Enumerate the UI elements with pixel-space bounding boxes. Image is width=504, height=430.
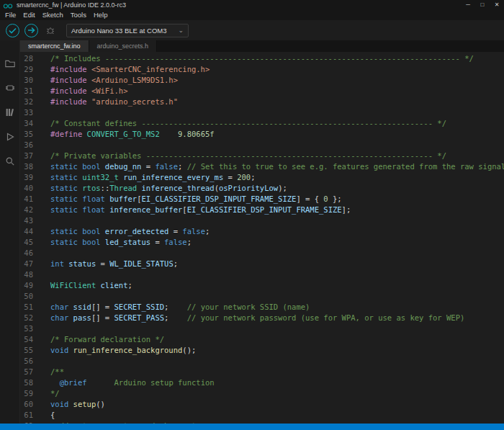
code-token: uint32_t <box>82 173 119 182</box>
code-text: static bool led_status = false; <box>50 237 192 248</box>
code-token: ]; <box>342 205 351 214</box>
code-line: 60void setup() <box>20 399 504 410</box>
code-token: = <box>150 238 164 246</box>
code-token: Thread <box>109 184 137 192</box>
code-token: }; <box>328 194 342 203</box>
main-content: smartercnc_fw.ino arduino_secrets.h 28/*… <box>0 40 504 430</box>
status-bar <box>0 424 504 430</box>
board-selector-dropdown[interactable]: Arduino Nano 33 BLE at COM3 ⌄ <box>66 24 189 37</box>
line-number: 52 <box>20 313 33 323</box>
code-token: = <box>223 173 237 182</box>
code-line: 40static rtos::Thread inference_thread(o… <box>20 183 504 194</box>
code-line: 44static bool error_detected = false; <box>20 226 504 237</box>
upload-button[interactable] <box>24 24 38 37</box>
code-token: status <box>68 259 96 268</box>
debug-button[interactable] <box>43 23 58 37</box>
app-window: smartercnc_fw | Arduino IDE 2.0.0-rc3 ─ … <box>0 0 504 430</box>
menu-edit[interactable]: Edit <box>19 10 38 20</box>
code-token: run_inference_every_ms <box>123 173 223 182</box>
line-number: 41 <box>20 194 33 205</box>
code-line: 34/* Constant defines ------------------… <box>20 118 504 129</box>
code-line: 39static uint32_t run_inference_every_ms… <box>20 172 504 183</box>
code-token: ; <box>205 227 210 236</box>
code-line: 48 <box>20 269 504 280</box>
code-token: EI_CLASSIFIER_DSP_INPUT_FRAME_SIZE <box>187 205 342 214</box>
code-token <box>50 378 60 387</box>
code-line: 51char ssid[] = SECRET_SSID; // your net… <box>20 302 504 313</box>
code-token: false <box>164 238 187 246</box>
code-token: ; <box>127 281 132 290</box>
toolbar: Arduino Nano 33 BLE at COM3 ⌄ <box>0 20 504 40</box>
line-number: 30 <box>20 75 33 86</box>
code-line: 30#include <Arduino_LSM9DS1.h> <box>20 75 504 86</box>
code-token: char <box>50 303 73 311</box>
code-text: /* Private variables -------------------… <box>50 151 446 161</box>
menu-help[interactable]: Help <box>90 10 112 20</box>
code-text: { <box>50 410 55 421</box>
minimize-button[interactable]: ─ <box>461 0 475 10</box>
maximize-button[interactable]: □ <box>475 0 490 10</box>
code-token: /* Private variables -------------------… <box>50 151 446 160</box>
code-token: ; <box>164 313 187 322</box>
line-number: 37 <box>20 151 33 161</box>
code-token: void <box>50 400 73 408</box>
tab-smartercnc-fw-ino[interactable]: smartercnc_fw.ino <box>20 40 89 52</box>
code-token: { <box>50 411 55 419</box>
code-token: led_status <box>105 238 150 246</box>
sketchbook-folder-icon[interactable] <box>4 58 16 69</box>
tab-arduino-secrets-h[interactable]: arduino_secrets.h <box>89 40 158 52</box>
menu-bar: File Edit Sketch Tools Help <box>0 10 504 20</box>
code-line: 61{ <box>20 410 504 421</box>
code-token: = <box>96 259 109 268</box>
line-number: 56 <box>20 356 33 367</box>
code-token: = <box>168 227 182 236</box>
menu-tools[interactable]: Tools <box>67 10 90 20</box>
code-token: <WiFi.h> <box>91 86 128 95</box>
line-number: 50 <box>20 291 33 302</box>
code-editor[interactable]: 28/* Includes --------------------------… <box>20 52 504 430</box>
debugger-icon[interactable] <box>4 131 16 143</box>
code-line: 28/* Includes --------------------------… <box>20 53 504 64</box>
close-button[interactable]: ✕ <box>490 0 504 10</box>
menu-sketch[interactable]: Sketch <box>39 10 67 20</box>
code-token: @brief <box>60 378 87 387</box>
tab-bar: smartercnc_fw.ino arduino_secrets.h <box>20 40 504 52</box>
line-number: 55 <box>20 345 33 356</box>
line-number: 32 <box>20 97 33 107</box>
boards-manager-icon[interactable] <box>4 82 16 94</box>
code-text: #include <WiFi.h> <box>50 86 127 97</box>
chevron-down-icon: ⌄ <box>178 27 184 34</box>
code-token: false <box>182 227 205 236</box>
code-text: #include <Arduino_LSM9DS1.h> <box>50 75 178 86</box>
code-token: static <box>50 184 82 192</box>
verify-button[interactable] <box>6 24 19 37</box>
code-token: #define <box>50 130 87 138</box>
code-text: static float buffer[EI_CLASSIFIER_DSP_IN… <box>50 194 342 205</box>
menu-file[interactable]: File <box>1 10 19 20</box>
code-token: ; <box>164 303 187 311</box>
code-line: 57/** <box>20 367 504 377</box>
line-number: 48 <box>20 269 33 280</box>
code-text: char ssid[] = SECRET_SSID; // your netwo… <box>50 302 310 313</box>
code-token: debug_nn <box>105 162 142 171</box>
code-line: 31#include <WiFi.h> <box>20 86 504 97</box>
code-line: 49WiFiClient client; <box>20 280 504 291</box>
code-token <box>160 130 178 138</box>
line-number: 29 <box>20 64 33 75</box>
code-line: 59*/ <box>20 388 504 399</box>
library-manager-icon[interactable] <box>4 107 16 118</box>
code-token: // Set this to true to see e.g. features… <box>187 162 504 171</box>
code-line: 47int status = WL_IDLE_STATUS; <box>20 259 504 269</box>
search-icon[interactable] <box>4 156 16 167</box>
code-token: */ <box>50 389 60 398</box>
line-number: 31 <box>20 86 33 97</box>
code-line: 38static bool debug_nn = false; // Set t… <box>20 161 504 172</box>
code-token: SECRET_PASS <box>114 313 165 322</box>
code-token: osPriorityLow <box>219 184 278 192</box>
code-text: #include "arduino_secrets.h" <box>50 97 178 107</box>
code-line: 29#include <SmarterCNC_inferencing.h> <box>20 64 504 75</box>
code-token: ); <box>278 184 287 192</box>
code-line: 52char pass[] = SECRET_PASS; // your net… <box>20 313 504 323</box>
code-line: 36 <box>20 140 504 151</box>
code-token: = <box>141 162 155 171</box>
